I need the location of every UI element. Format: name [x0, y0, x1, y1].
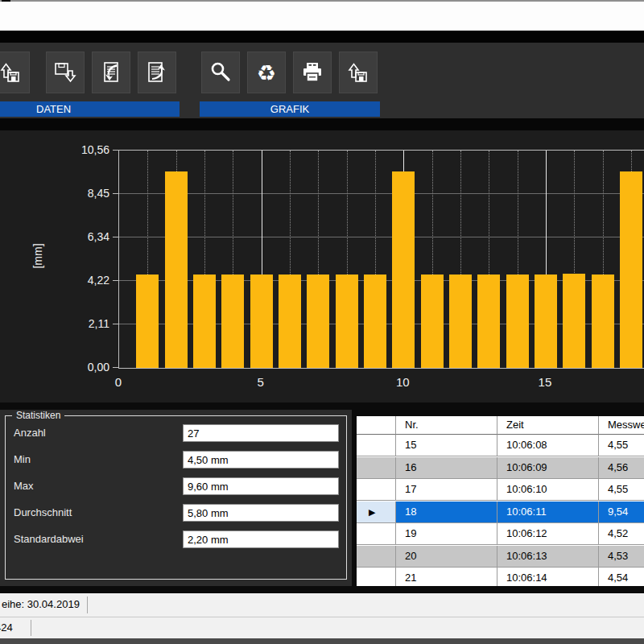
cell-messwert[interactable]: 9,54 [599, 502, 644, 523]
column-header-messwe[interactable]: Messwe [599, 416, 644, 435]
statusbar-count-text: 424 [0, 617, 13, 638]
durchschnitt-field[interactable] [183, 504, 339, 522]
document-import-icon [99, 60, 123, 85]
y-tick-mark [113, 193, 118, 194]
max-field[interactable] [183, 477, 339, 495]
table-row-16[interactable]: 1610:06:094,56 [357, 457, 644, 479]
cell-messwert[interactable]: 4,52 [599, 523, 644, 545]
row-selector-cell[interactable] [357, 479, 396, 501]
current-row-arrow-icon: ▶ [365, 507, 375, 518]
cell-messwert[interactable]: 4,54 [599, 568, 644, 586]
bar-11 [421, 275, 444, 368]
cell-nr[interactable]: 16 [396, 457, 497, 479]
save-data-button[interactable] [46, 52, 85, 93]
cell-nr[interactable]: 15 [396, 435, 497, 456]
min-field[interactable] [183, 451, 339, 469]
row-selector-cell[interactable]: ▶ [357, 502, 396, 523]
cell-nr[interactable]: 18 [396, 502, 497, 523]
bar-17 [592, 275, 614, 368]
durchschnitt-label: Durchschnitt [14, 506, 72, 518]
row-selector-cell[interactable] [357, 546, 396, 568]
cell-zeit[interactable]: 10:06:14 [497, 568, 599, 586]
recycle-icon: ♻ [257, 62, 276, 84]
print-button[interactable] [293, 52, 332, 93]
anzahl-label: Anzahl [14, 427, 46, 439]
row-selector-cell[interactable] [357, 457, 396, 479]
x-tick-label: 15 [535, 375, 555, 389]
y-tick-label: 2,11 [69, 317, 109, 330]
title-strip [0, 2, 644, 31]
statusbar-date-text: eihe: 30.04.2019 [2, 593, 80, 616]
bar-5 [250, 275, 273, 368]
row-selector-header [357, 416, 396, 435]
bar-10 [392, 171, 415, 368]
cell-messwert[interactable]: 4,55 [599, 435, 644, 456]
magnifier-icon [208, 60, 233, 85]
column-header-zeit[interactable]: Zeit [497, 416, 599, 435]
table-row-17[interactable]: 1710:06:104,55 [357, 479, 644, 501]
cell-messwert[interactable]: 4,55 [599, 479, 644, 501]
standardabwei-field[interactable] [183, 530, 339, 548]
zoom-button[interactable] [201, 52, 240, 93]
chart-region: [mm] 0,002,114,226,348,4510,56 051015 [0, 130, 644, 402]
min-label: Min [14, 453, 31, 465]
load-data-button[interactable] [0, 52, 30, 93]
gridline-horizontal [119, 237, 644, 237]
save-image-button[interactable] [339, 52, 378, 93]
row-selector-cell[interactable] [357, 568, 396, 586]
cell-messwert[interactable]: 4,53 [599, 546, 644, 568]
daten-group-label: DATEN [0, 101, 180, 117]
import-document-button[interactable] [92, 52, 130, 93]
cell-nr[interactable]: 17 [396, 479, 497, 501]
bar-18 [620, 171, 642, 368]
bar-16 [563, 274, 585, 368]
measurement-table[interactable]: Nr.ZeitMesswe1510:06:084,551610:06:094,5… [357, 416, 644, 586]
bar-2 [165, 171, 188, 368]
cell-nr[interactable]: 20 [396, 546, 497, 568]
y-tick-label: 10,56 [69, 143, 109, 156]
printer-icon [300, 60, 324, 85]
toolbar: ♻ [0, 43, 644, 130]
table-row-15[interactable]: 1510:06:084,55 [357, 435, 644, 456]
bar-1 [136, 275, 159, 368]
cell-zeit[interactable]: 10:06:11 [497, 502, 599, 523]
cell-zeit[interactable]: 10:06:13 [497, 546, 599, 568]
document-export-icon [145, 60, 169, 85]
gridline-horizontal [119, 193, 644, 194]
y-tick-mark [113, 324, 118, 324]
bar-14 [506, 275, 529, 368]
bar-13 [477, 275, 500, 368]
bottom-strip [0, 638, 644, 644]
bottom-section: Statistiken Anzahl Min Max Durchschnitt … [0, 402, 644, 593]
cell-zeit[interactable]: 10:06:12 [497, 523, 599, 545]
statistics-panel: Statistiken Anzahl Min Max Durchschnitt … [0, 410, 352, 586]
y-tick-label: 6,34 [69, 230, 109, 243]
y-tick-label: 0,00 [69, 361, 109, 374]
x-tick-label: 0 [108, 375, 129, 389]
row-selector-cell[interactable] [357, 435, 396, 456]
x-tick-label: 10 [392, 375, 413, 389]
cell-messwert[interactable]: 4,56 [599, 457, 644, 479]
cell-zeit[interactable]: 10:06:09 [497, 457, 599, 479]
table-row-20[interactable]: 2010:06:134,53 [357, 546, 644, 568]
refresh-button[interactable]: ♻ [247, 52, 286, 93]
anzahl-field[interactable] [183, 424, 339, 442]
statusbar-line2: 424 [0, 617, 644, 638]
cell-nr[interactable]: 19 [396, 523, 497, 545]
column-header-nr[interactable]: Nr. [396, 416, 497, 435]
bar-9 [364, 275, 386, 368]
table-row-21[interactable]: 2110:06:144,54 [357, 568, 644, 586]
statusbar-line1: eihe: 30.04.2019 [0, 593, 644, 617]
row-selector-cell[interactable] [357, 523, 396, 545]
cell-nr[interactable]: 21 [396, 568, 497, 586]
bar-8 [336, 275, 358, 368]
separator-bar-mid [0, 118, 644, 130]
bar-7 [307, 275, 329, 368]
table-row-19[interactable]: 1910:06:124,52 [357, 523, 644, 545]
cell-zeit[interactable]: 10:06:10 [497, 479, 599, 501]
statusbar-separator [31, 620, 31, 636]
statistics-groupbox: Statistiken Anzahl Min Max Durchschnitt … [5, 415, 347, 580]
export-document-button[interactable] [138, 52, 176, 93]
cell-zeit[interactable]: 10:06:08 [497, 435, 599, 456]
table-row-18[interactable]: ▶1810:06:119,54 [357, 502, 644, 523]
